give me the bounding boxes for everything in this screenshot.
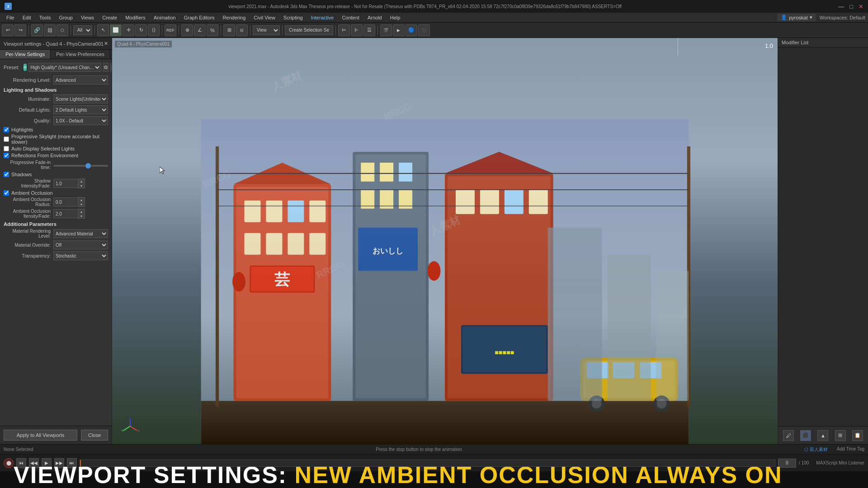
modifier-icon-5[interactable]: 📋 [852,430,863,441]
shadows-checkbox[interactable] [4,172,9,177]
reference-button[interactable]: REF [165,24,176,36]
tab-per-view-preferences[interactable]: Per-View Preferences [51,50,110,59]
selection-filter[interactable]: All [73,25,92,35]
create-selection-set-button[interactable]: Create Selection Se [285,25,333,35]
illuminate-dropdown[interactable]: Scene Lights(Unlimited ()) [53,94,108,103]
menu-tools[interactable]: Tools [36,14,55,21]
menu-scripting[interactable]: Scripting [280,14,307,21]
bind-button[interactable]: ⬡ [57,24,68,36]
add-time-tag[interactable]: Add Time Tag [837,446,864,453]
angle-snap[interactable]: ∠ [194,24,206,36]
shadow-intensity-up[interactable]: ▲ [78,179,85,183]
spacing-button[interactable]: ⊩ [351,24,363,36]
close-panel-button[interactable]: Close [81,430,108,441]
modifier-icon-4[interactable]: ⊞ [835,430,846,441]
reflections-checkbox[interactable] [4,153,9,158]
ao-radius-up[interactable]: ▲ [78,197,85,202]
scale-button[interactable]: ⟨⟩ [148,24,160,36]
quality-dropdown[interactable]: 1.0X - Default [53,116,108,125]
material-editor-button[interactable]: 🔵 [406,24,417,36]
camera-info: Quad 4 - PhysCamera001 [115,41,172,47]
menu-group[interactable]: Group [55,14,76,21]
menu-edit[interactable]: Edit [19,14,35,21]
material-rendering-dropdown[interactable]: Advanced Material [53,229,108,238]
ao-row: Ambient Occlusion [4,190,108,196]
toolbar-separator-10 [377,25,378,35]
auto-display-checkbox[interactable] [4,146,9,151]
rendering-level-label: Rendering Level: [4,77,53,83]
toolbar-separator-5 [179,25,179,35]
ambient-occlusion-checkbox[interactable] [4,190,9,196]
progressive-skylight-checkbox[interactable] [4,136,9,142]
mirror-button[interactable]: ⊞ [223,24,235,36]
modifier-icon-2[interactable]: ⬛ [800,430,811,441]
modifier-icon-3[interactable]: ▲ [817,430,828,441]
panel-close-button[interactable]: ✕ [104,41,108,47]
material-override-row: Material Override: Off [4,240,108,249]
select-button[interactable]: ↖ [97,24,109,36]
maximize-button[interactable]: □ [849,3,853,10]
menu-help[interactable]: Help [387,14,404,21]
minimize-button[interactable]: — [838,3,844,10]
auto-display-row: Auto Display Selected Lights [4,146,108,151]
svg-rect-31 [505,190,524,214]
rotate-button[interactable]: ↻ [135,24,147,36]
apply-all-viewports-button[interactable]: Apply to All Viewports [4,430,77,441]
menu-arnold[interactable]: Arnold [364,14,386,21]
menu-animation[interactable]: Animation [150,14,179,21]
menu-content[interactable]: Content [338,14,363,21]
menu-graph-editors[interactable]: Graph Editors [180,14,218,21]
render-frame-button[interactable]: ⬛ [418,24,430,36]
user-dropdown[interactable]: 👤 pyroskat ▾ [777,14,816,21]
highlights-checkbox[interactable] [4,127,9,132]
align-button[interactable]: ⊨ [338,24,350,36]
preset-gear-button[interactable]: ⚙ [103,63,108,72]
ao-radius-down[interactable]: ▼ [78,202,85,206]
percent-snap[interactable]: % [207,24,218,36]
tab-per-view-settings[interactable]: Per-View Settings [0,50,51,59]
modifier-icon-1[interactable]: 🖊 [783,430,794,441]
menu-create[interactable]: Create [99,14,121,21]
menu-file[interactable]: File [3,14,18,21]
menu-interactive[interactable]: Interactive [307,14,338,21]
snap-toggle[interactable]: ⊕ [181,24,193,36]
ao-intensity-input[interactable] [53,209,78,218]
unlink-button[interactable]: ⛓ [44,24,56,36]
default-lights-label: Default Lights: [4,107,53,113]
render-button[interactable]: ▶ [393,24,405,36]
fade-time-control [53,162,108,168]
transparency-dropdown[interactable]: Stochastic [53,251,108,260]
ao-intensity-down[interactable]: ▼ [78,214,85,218]
rendering-level-dropdown[interactable]: Advanced [53,75,108,84]
link-button[interactable]: 🔗 [31,24,43,36]
layer-button[interactable]: ☰ [363,24,375,36]
ao-intensity-up[interactable]: ▲ [78,209,85,214]
view-selector[interactable]: View [253,25,280,35]
undo-button[interactable]: ↩ [2,24,14,36]
svg-rect-52 [548,228,602,401]
set-key-button[interactable]: ⬤ [4,458,14,468]
window-controls[interactable]: — □ ✕ [838,3,863,10]
redo-button[interactable]: ↪ [14,24,26,36]
timeline-playhead[interactable] [80,460,81,466]
array-button[interactable]: ⊟ [236,24,248,36]
menu-civil-view[interactable]: Civil View [250,14,278,21]
close-button[interactable]: ✕ [859,3,863,10]
menu-views[interactable]: Views [77,14,98,21]
ao-radius-input[interactable] [53,197,78,206]
material-override-dropdown[interactable]: Off [53,240,108,249]
shadow-intensity-input[interactable] [53,179,78,188]
shadow-intensity-down[interactable]: ▼ [78,183,85,188]
svg-point-50 [232,272,245,291]
select-region-button[interactable]: ⬜ [110,24,122,36]
move-button[interactable]: ✛ [123,24,134,36]
menu-modifiers[interactable]: Modifiers [122,14,149,21]
fade-time-slider[interactable] [53,165,108,167]
viewport[interactable]: 芸 おいしし ■■■■■ [112,38,778,444]
preset-dropdown[interactable]: High Quality* (Unsaved Chan... [28,63,101,72]
default-lights-dropdown[interactable]: 2 Default Lights [53,105,108,114]
render-setup-button[interactable]: 🎬 [380,24,392,36]
menu-rendering[interactable]: Rendering [219,14,250,21]
svg-rect-8 [309,201,326,222]
rendering-level-control: Advanced [53,75,108,84]
